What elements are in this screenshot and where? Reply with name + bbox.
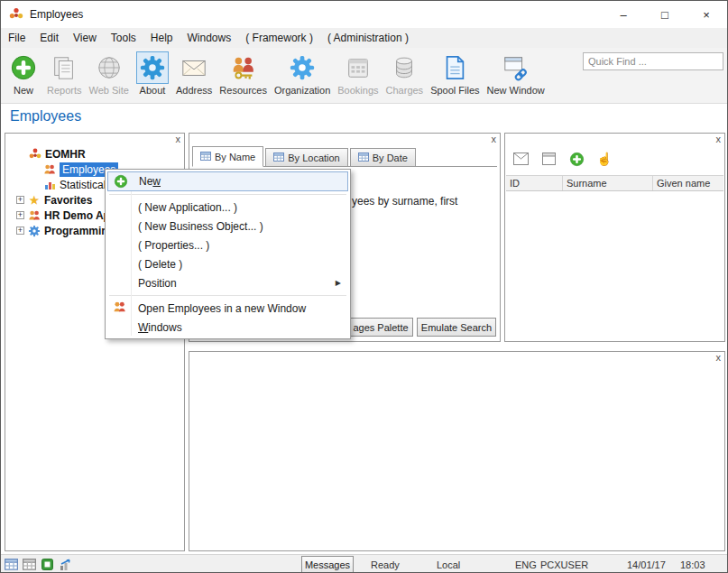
titlebar: Employees – □ ×	[1, 1, 727, 28]
context-menu-item-properties[interactable]: ( Properties... )	[107, 236, 348, 254]
emulate-search-button[interactable]: Emulate Search	[417, 318, 496, 337]
toolbar-about-label: About	[140, 85, 166, 96]
context-menu: New ( New Application... ) ( New Busines…	[105, 169, 351, 339]
status-user-text: PCXUSER	[540, 559, 588, 570]
people-icon	[113, 300, 127, 315]
toolbar-address-label: Address	[176, 85, 212, 96]
status-time-text: 18:03	[680, 559, 705, 570]
tree-item-label: Statistical	[60, 179, 106, 191]
grid-view-icon[interactable]	[5, 558, 19, 572]
window-title: Employees	[30, 8, 83, 21]
toolbar-resources-button[interactable]: Resources	[217, 51, 270, 97]
navigation-panel-close-button[interactable]: x	[176, 134, 181, 144]
toolbar-reports-button: Reports	[44, 51, 85, 97]
column-header-given-name[interactable]: Given name	[653, 176, 723, 190]
data-icon[interactable]	[41, 558, 55, 572]
window-controls: – □ ×	[603, 1, 727, 28]
toolbar-reports-label: Reports	[47, 85, 82, 96]
column-header-surname[interactable]: Surname	[563, 176, 653, 190]
tab-by-location[interactable]: By Location	[265, 148, 347, 166]
menu-item-label: ( Delete )	[138, 258, 182, 271]
maximize-button[interactable]: □	[644, 1, 686, 28]
status-ready-text: Ready	[371, 559, 400, 570]
envelope-icon	[178, 51, 210, 84]
tab-by-name[interactable]: By Name	[192, 146, 263, 167]
tab-by-date[interactable]: By Date	[350, 148, 416, 166]
menu-windows[interactable]: Windows	[180, 28, 239, 48]
search-panel-close-button[interactable]: x	[492, 134, 497, 144]
messages-palette-button[interactable]: ages Palette	[348, 318, 413, 337]
status-language-text: ENG	[515, 559, 537, 570]
globe-icon	[93, 51, 125, 84]
minimize-button[interactable]: –	[603, 1, 644, 28]
messages-button[interactable]: Messages	[301, 556, 354, 573]
envelope-icon[interactable]	[512, 151, 529, 167]
expand-icon[interactable]: +	[16, 211, 24, 219]
expand-icon[interactable]: +	[16, 226, 24, 235]
menu-help[interactable]: Help	[143, 28, 180, 48]
toolbar-organization-label: Organization	[274, 85, 330, 96]
menu-item-label: ( New Application... )	[138, 201, 237, 214]
context-menu-item-position[interactable]: Position ▶	[107, 273, 348, 292]
tab-label: By Name	[215, 152, 255, 162]
context-menu-item-new[interactable]: New	[107, 171, 348, 191]
toolbar-new-button[interactable]: New	[5, 51, 42, 97]
context-menu-item-new-application[interactable]: ( New Application... )	[107, 198, 348, 217]
gear-icon	[286, 51, 318, 84]
card-view-icon[interactable]	[540, 151, 557, 167]
menu-item-label: ( New Business Object... )	[138, 220, 263, 233]
toolbar-website-label: Web Site	[89, 85, 129, 96]
menu-tools[interactable]: Tools	[104, 28, 143, 48]
menu-separator	[109, 194, 346, 195]
toolbar-bookings-label: Bookings	[337, 85, 378, 96]
context-menu-item-new-business-object[interactable]: ( New Business Object... )	[107, 217, 348, 236]
results-toolbar: ☝	[512, 148, 613, 170]
reports-icon	[48, 51, 80, 84]
menu-separator	[109, 295, 346, 296]
close-button[interactable]: ×	[686, 1, 727, 28]
quick-find-input[interactable]	[583, 52, 723, 70]
chart-icon	[43, 179, 56, 191]
toolbar-new-label: New	[14, 85, 33, 96]
add-record-icon[interactable]	[568, 151, 585, 167]
sort-chart-icon[interactable]	[59, 558, 73, 572]
tree-item-label: HR Demo Ap	[44, 209, 110, 222]
menu-file[interactable]: File	[1, 28, 32, 48]
toolbar-organization-button[interactable]: Organization	[272, 51, 333, 97]
results-panel-close-button[interactable]: x	[716, 134, 722, 144]
context-menu-item-delete[interactable]: ( Delete )	[107, 254, 348, 273]
tree-item-eomhr[interactable]: EOMHR	[7, 146, 182, 162]
main-toolbar: New Reports Web Site About Address	[1, 48, 727, 104]
plus-circle-icon	[114, 174, 128, 189]
menu-framework[interactable]: ( Framework )	[238, 28, 320, 48]
menu-item-label: Position	[138, 277, 177, 290]
menu-item-label: Open Employees in a new Window	[138, 302, 306, 315]
toolbar-spool-files-button[interactable]: Spool Files	[428, 51, 482, 97]
tree-item-label: Favorites	[44, 194, 92, 207]
quick-find	[583, 52, 723, 70]
toolbar-bookings-button: Bookings	[335, 51, 381, 97]
column-header-id[interactable]: ID	[506, 176, 563, 190]
table-icon	[200, 151, 211, 163]
hand-icon[interactable]: ☝	[596, 151, 613, 167]
search-tabbar: By Name By Location By Date	[192, 146, 497, 167]
toolbar-resources-label: Resources	[219, 85, 267, 96]
detail-panel-close-button[interactable]: x	[716, 352, 722, 363]
context-menu-item-open-in-new-window[interactable]: Open Employees in a new Window	[107, 299, 348, 318]
people-icon	[28, 209, 41, 222]
context-menu-item-windows[interactable]: Windows	[107, 318, 348, 337]
menu-administration[interactable]: ( Administration )	[320, 28, 416, 48]
status-local-text: Local	[437, 559, 460, 570]
expand-icon[interactable]: +	[16, 196, 24, 204]
toolbar-new-window-button[interactable]: New Window	[484, 51, 548, 97]
toolbar-about-button[interactable]: About	[134, 51, 171, 97]
menu-edit[interactable]: Edit	[32, 28, 66, 48]
toolbar-address-button[interactable]: Address	[173, 51, 215, 97]
menu-view[interactable]: View	[66, 28, 104, 48]
database-icon	[388, 51, 420, 84]
toolbar-website-button: Web Site	[87, 51, 132, 97]
table-view-icon[interactable]	[23, 558, 37, 572]
gear-icon	[136, 51, 169, 84]
detail-panel: x	[189, 351, 725, 551]
toolbar-charges-button: Charges	[383, 51, 427, 97]
